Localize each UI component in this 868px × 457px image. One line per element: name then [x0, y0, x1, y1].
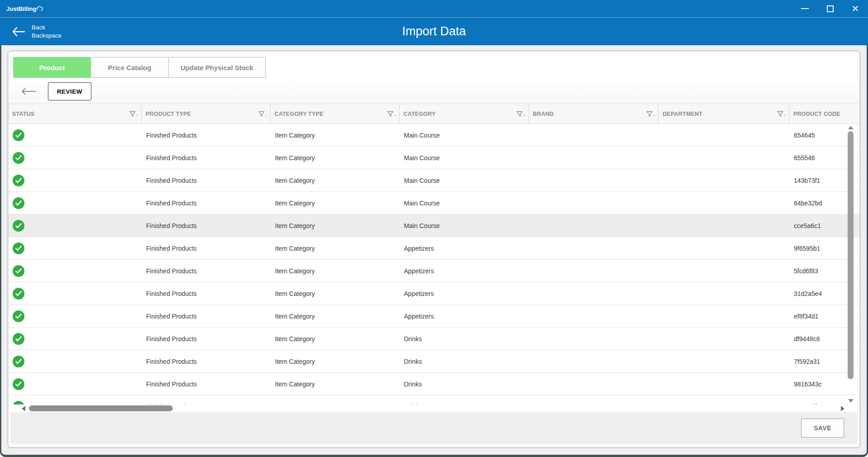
- table-row[interactable]: Finished ProductsItem CategoryMain Cours…: [8, 124, 860, 147]
- back-button[interactable]: Back Backspace: [12, 24, 62, 39]
- status-success-icon: [13, 378, 24, 390]
- table-row[interactable]: Finished ProductsItem CategoryDrinks9816…: [8, 373, 860, 395]
- table-row[interactable]: Finished ProductsItem CategoryMain Cours…: [8, 214, 860, 237]
- close-button[interactable]: ✕: [843, 0, 868, 17]
- tab-price-catalog[interactable]: Price Catalog: [91, 57, 169, 78]
- status-success-icon: [13, 243, 24, 254]
- tab-product[interactable]: Product: [13, 57, 91, 78]
- column-header-brand: BRAND.: [529, 104, 659, 124]
- vertical-scrollbar-thumb[interactable]: [848, 131, 854, 379]
- import-tabs: ProductPrice CatalogUpdate Physical Stoc…: [8, 51, 860, 79]
- cell-department: [659, 282, 789, 305]
- scroll-right-icon[interactable]: [841, 406, 844, 411]
- cell-brand: [529, 147, 659, 169]
- cell-status: [8, 282, 142, 305]
- cell-category-type: Item Category: [270, 124, 399, 146]
- scroll-down-icon[interactable]: [848, 399, 854, 403]
- column-header-department: DEPARTMENT.: [659, 104, 789, 124]
- cell-product-type: Finished Products: [142, 124, 270, 146]
- cell-category-type: Item Category: [270, 328, 399, 350]
- column-header-category: CATEGORY.: [399, 104, 529, 124]
- status-success-icon: [13, 129, 24, 141]
- cell-department: [659, 214, 789, 237]
- status-success-icon: [13, 356, 24, 367]
- filter-icon: [777, 111, 783, 117]
- horizontal-scrollbar-thumb[interactable]: [29, 405, 173, 411]
- horizontal-scrollbar[interactable]: [8, 405, 860, 412]
- tab-update-physical-stock[interactable]: Update Physical Stock: [169, 57, 266, 78]
- filter-icon: [517, 111, 523, 117]
- cell-category-type: Item Category: [270, 373, 399, 395]
- cell-department: [659, 147, 789, 169]
- cell-category: Main Course: [399, 169, 529, 191]
- table-row[interactable]: Finished ProductsItem CategoryDrinksdf94…: [8, 328, 860, 350]
- table-row[interactable]: Finished ProductsItem CategoryAppetizers…: [8, 305, 860, 328]
- cell-brand: [529, 373, 659, 395]
- table-row[interactable]: Finished ProductsItem CategoryAppetizers…: [8, 282, 860, 305]
- table-row[interactable]: Finished ProductsItem CategoryMain Cours…: [8, 147, 860, 169]
- cell-product-type: Finished Products: [142, 305, 270, 327]
- cell-brand: [529, 192, 659, 214]
- cell-brand: [529, 305, 659, 327]
- cell-brand: [529, 282, 659, 305]
- cell-status: [8, 328, 142, 350]
- table-row[interactable]: Finished ProductsItem CategoryAppetizers…: [8, 237, 860, 260]
- status-success-icon: [13, 265, 24, 277]
- cell-product-type: Finished Products: [142, 147, 270, 169]
- status-success-icon: [13, 197, 24, 209]
- review-toolbar: REVIEW: [8, 79, 860, 104]
- cell-category-type: Item Category: [270, 237, 399, 259]
- app-logo-text: JustBilling: [6, 5, 36, 12]
- cloud-icon: [36, 5, 43, 12]
- import-panel: ProductPrice CatalogUpdate Physical Stoc…: [8, 51, 860, 448]
- review-button[interactable]: REVIEW: [48, 82, 91, 100]
- cell-status: [8, 305, 142, 327]
- cell-category-type: Item Category: [270, 192, 399, 214]
- cell-department: [659, 328, 789, 350]
- status-success-icon: [13, 310, 24, 322]
- cell-status: [8, 260, 142, 282]
- filter-icon: [387, 111, 394, 117]
- filter-icon: [129, 111, 136, 117]
- table-row[interactable]: Finished ProductsItem CategoryMain Cours…: [8, 169, 860, 192]
- table-row[interactable]: Finished ProductsItem CategoryAppetizers…: [8, 260, 860, 282]
- import-table: STATUS.PRODUCT TYPE.CATEGORY TYPE.CATEGO…: [8, 104, 860, 412]
- toolbar-back-button[interactable]: [21, 87, 37, 96]
- cell-category: Main Course: [399, 192, 529, 214]
- cell-status: [8, 373, 142, 395]
- cell-brand: [529, 214, 659, 237]
- cell-brand: [529, 124, 659, 146]
- cell-department: [659, 305, 789, 327]
- save-button[interactable]: SAVE: [801, 419, 844, 438]
- vertical-scrollbar[interactable]: [847, 124, 854, 405]
- filter-button[interactable]: .: [646, 111, 655, 117]
- page-header: Back Backspace Import Data: [0, 17, 868, 45]
- maximize-button[interactable]: [817, 0, 843, 17]
- cell-department: [659, 124, 789, 146]
- filter-button[interactable]: .: [387, 111, 396, 117]
- scroll-left-icon[interactable]: [22, 406, 25, 411]
- status-success-icon: [13, 152, 24, 164]
- cell-category: Appetizers: [399, 260, 529, 282]
- filter-button[interactable]: .: [258, 111, 267, 117]
- table-row[interactable]: Finished ProductsItem CategoryDrinks7f59…: [8, 350, 860, 373]
- cell-status: [8, 169, 142, 191]
- scroll-up-icon[interactable]: [848, 126, 854, 129]
- filter-icon: [258, 111, 265, 117]
- cell-brand: [529, 328, 659, 350]
- filter-icon: [646, 111, 653, 117]
- minimize-button[interactable]: [792, 0, 817, 17]
- cell-brand: [529, 260, 659, 282]
- cell-product-type: Finished Products: [142, 214, 270, 237]
- filter-button[interactable]: .: [777, 111, 786, 117]
- panel-footer: SAVE: [10, 412, 858, 444]
- table-row[interactable]: Finished ProductsItem CategoryMain Cours…: [8, 192, 860, 214]
- cell-status: [8, 192, 142, 214]
- back-arrow-icon: [12, 27, 25, 37]
- filter-button[interactable]: .: [129, 111, 138, 117]
- cell-category: Drinks: [399, 373, 529, 395]
- cell-status: [8, 147, 142, 169]
- cell-department: [659, 192, 789, 214]
- cell-product-type: Finished Products: [142, 328, 270, 350]
- filter-button[interactable]: .: [517, 111, 525, 117]
